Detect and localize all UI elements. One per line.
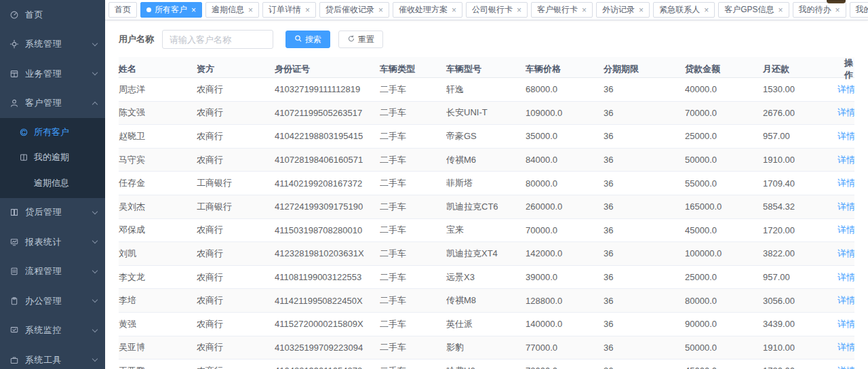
sidebar-subitem-我的逾期[interactable]: 我的逾期 (0, 145, 105, 171)
table-cell: 100000.0 (685, 248, 763, 258)
close-icon[interactable]: × (704, 6, 709, 14)
tab-label: 外访记录 (602, 3, 635, 17)
sidebar-item-首页[interactable]: 首页 (0, 0, 105, 30)
close-icon[interactable]: × (248, 6, 253, 14)
detail-link[interactable]: 详情 (837, 201, 854, 212)
sidebar-item-流程管理[interactable]: 流程管理 (0, 257, 105, 287)
table-cell: 142000.0 (526, 248, 604, 258)
detail-link[interactable]: 详情 (837, 225, 854, 235)
detail-link[interactable]: 详情 (837, 272, 854, 282)
table-cell: 1720.00 (763, 225, 837, 235)
table-cell: 410721199505263517 (275, 108, 380, 118)
close-icon[interactable]: × (378, 6, 383, 14)
table-cell-actions: 详情 (837, 130, 854, 142)
table-cell: 40000.0 (685, 84, 763, 94)
close-icon[interactable]: × (835, 6, 840, 14)
table-cell: 3056.00 (763, 296, 837, 306)
report-icon (9, 237, 19, 247)
column-header-车辆类型: 车辆类型 (380, 63, 446, 75)
tab-bar: 首页所有客户×逾期信息×订单详情×贷后催收记录×催收处理方案×公司银行卡×客户银… (105, 0, 868, 20)
table-cell: 36 (604, 201, 685, 212)
table-row: 王亚鹏农商行410423199011054372二手车哈弗H672000.036… (119, 360, 854, 369)
search-icon (294, 35, 302, 45)
tab-label: 首页 (115, 3, 131, 17)
tab-客户GPS信息[interactable]: 客户GPS信息× (718, 2, 789, 18)
customer-icon (9, 98, 19, 109)
detail-link[interactable]: 详情 (837, 84, 854, 94)
table-row: 周志洋农商行410327199111112819二手车轩逸68000.03640… (119, 78, 854, 102)
sidebar-item-业务管理[interactable]: 业务管理 (0, 59, 105, 89)
tab-紧急联系人[interactable]: 紧急联系人× (653, 2, 715, 18)
avatar[interactable] (827, 0, 846, 3)
table-cell: 二手车 (380, 83, 446, 96)
close-icon[interactable]: × (778, 6, 783, 14)
sidebar-item-客户管理[interactable]: 客户管理 (0, 89, 105, 119)
close-icon[interactable]: × (191, 6, 196, 14)
detail-link[interactable]: 详情 (837, 295, 854, 305)
sidebar-subitem-label: 逾期信息 (34, 177, 69, 189)
table-cell: 二手车 (380, 341, 446, 353)
sidebar-item-贷后管理[interactable]: 贷后管理 (0, 198, 105, 228)
tab-label: 所有客户 (155, 3, 187, 17)
tab-催收处理方案[interactable]: 催收处理方案× (393, 2, 462, 18)
detail-link[interactable]: 详情 (837, 107, 854, 117)
table-cell: 45000.0 (685, 366, 763, 369)
detail-link[interactable]: 详情 (837, 366, 854, 369)
detail-link[interactable]: 详情 (837, 319, 854, 329)
table-cell: 工商银行 (197, 201, 275, 213)
detail-link[interactable]: 详情 (837, 155, 854, 165)
table-cell: 1910.00 (763, 155, 837, 165)
close-icon[interactable]: × (517, 6, 521, 14)
table-cell: 412724199309175190 (275, 201, 380, 212)
table-cell: 英仕派 (446, 318, 526, 330)
sidebar-item-办公管理[interactable]: 办公管理 (0, 286, 105, 316)
detail-link[interactable]: 详情 (837, 248, 854, 258)
table-cell: 马守宾 (119, 154, 197, 166)
tab-label: 我的流程 (856, 3, 868, 17)
table-cell: 45000.0 (685, 225, 763, 235)
tab-客户银行卡[interactable]: 客户银行卡× (531, 2, 593, 18)
tab-所有客户[interactable]: 所有客户× (140, 2, 202, 18)
table-cell: 41152720000215809X (275, 319, 380, 329)
close-icon[interactable]: × (305, 6, 310, 14)
tab-我的待办[interactable]: 我的待办× (793, 2, 846, 18)
close-icon[interactable]: × (639, 6, 644, 14)
sidebar-item-系统管理[interactable]: 系统管理 (0, 30, 105, 60)
sidebar-item-label: 首页 (25, 9, 97, 21)
table-cell: 90000.0 (685, 319, 763, 329)
tab-逾期信息[interactable]: 逾期信息× (205, 2, 259, 18)
reset-button[interactable]: 重置 (338, 31, 383, 48)
main-area: 首页所有客户×逾期信息×订单详情×贷后催收记录×催收处理方案×公司银行卡×客户银… (105, 0, 868, 369)
table-cell: 36 (604, 366, 685, 369)
gear-icon (9, 39, 19, 50)
customer-name-input[interactable] (162, 30, 273, 49)
table-cell-actions: 详情 (837, 224, 854, 236)
tab-首页[interactable]: 首页 (108, 2, 137, 18)
table-cell: 哈弗H6 (446, 365, 526, 369)
sidebar-subitem-所有客户[interactable]: 所有客户 (0, 119, 105, 145)
close-icon[interactable]: × (582, 6, 587, 14)
tab-订单详情[interactable]: 订单详情× (262, 2, 316, 18)
sidebar-item-系统监控[interactable]: 系统监控 (0, 316, 105, 346)
tab-贷后催收记录[interactable]: 贷后催收记录× (319, 2, 389, 18)
table-cell: 36 (604, 155, 685, 165)
sidebar-subitem-逾期信息[interactable]: 逾期信息 (0, 170, 105, 196)
detail-link[interactable]: 详情 (837, 342, 854, 352)
table-cell: 菲斯塔 (446, 177, 526, 189)
table-cell: 36 (604, 296, 685, 306)
search-button[interactable]: 搜索 (285, 31, 330, 48)
table-cell: 411402199208167372 (275, 178, 380, 189)
detail-link[interactable]: 详情 (837, 178, 854, 188)
tab-label: 贷后催收记录 (326, 3, 374, 17)
sidebar-item-报表统计[interactable]: 报表统计 (0, 227, 105, 257)
detail-link[interactable]: 详情 (837, 131, 854, 141)
tab-公司银行卡[interactable]: 公司银行卡× (466, 2, 528, 18)
tab-我的流程[interactable]: 我的流程× (850, 2, 868, 18)
table-cell: 36 (604, 343, 685, 353)
tab-外访记录[interactable]: 外访记录× (596, 2, 650, 18)
table-cell: 农商行 (197, 341, 275, 353)
sidebar-item-系统工具[interactable]: 系统工具 (0, 345, 105, 369)
table-cell: 1720.00 (763, 366, 837, 369)
close-icon[interactable]: × (452, 6, 456, 14)
table-body: 周志洋农商行410327199111112819二手车轩逸68000.03640… (119, 78, 854, 369)
